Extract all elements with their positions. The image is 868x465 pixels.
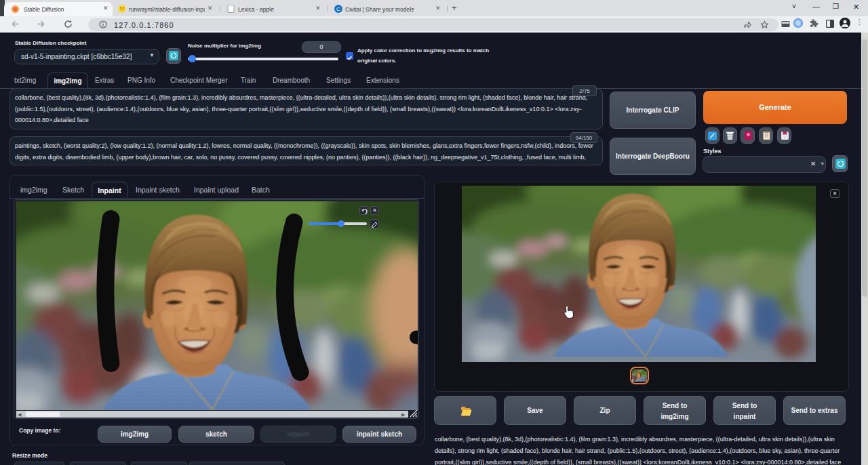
svg-text:C: C [336,6,340,12]
